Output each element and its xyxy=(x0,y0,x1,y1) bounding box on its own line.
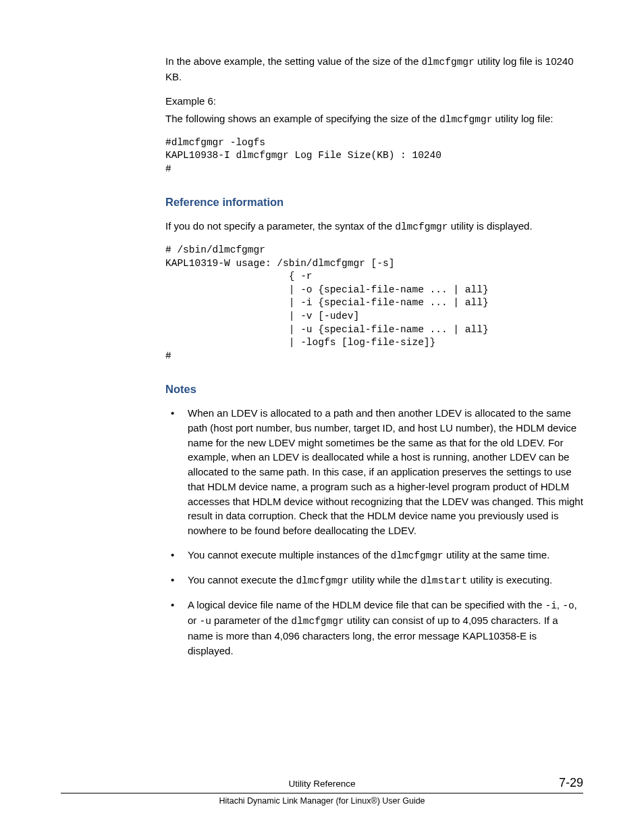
page: In the above example, the setting value … xyxy=(0,0,644,834)
code-inline: dlmstart xyxy=(421,575,468,586)
intro-para-2: The following shows an example of specif… xyxy=(165,111,583,127)
text: In the above example, the setting value … xyxy=(165,55,421,67)
list-item: A logical device file name of the HDLM d… xyxy=(165,598,583,658)
code-inline: -u xyxy=(200,616,211,627)
text: utility at the same time. xyxy=(444,549,550,561)
notes-heading: Notes xyxy=(165,382,583,398)
code-inline: dlmcfgmgr xyxy=(291,616,344,627)
text: You cannot execute multiple instances of… xyxy=(188,549,390,561)
text: utility is executing. xyxy=(467,574,552,585)
text: utility while the xyxy=(349,574,421,585)
text: When an LDEV is allocated to a path and … xyxy=(188,407,583,536)
code-inline: -o xyxy=(562,600,574,611)
reference-para: If you do not specify a parameter, the s… xyxy=(165,219,583,234)
footer-doc-title: Hitachi Dynamic Link Manager (for Linux®… xyxy=(61,793,583,807)
text: A logical device file name of the HDLM d… xyxy=(188,599,545,610)
list-item: You cannot execute multiple instances of… xyxy=(165,548,583,563)
text: If you do not specify a parameter, the s… xyxy=(165,220,395,232)
text: utility log file: xyxy=(492,113,553,124)
content-area: In the above example, the setting value … xyxy=(165,54,583,658)
notes-list: When an LDEV is allocated to a path and … xyxy=(165,406,583,658)
code-block-1: #dlmcfgmgr -logfs KAPL10938-I dlmcfgmgr … xyxy=(165,136,583,176)
text: The following shows an example of specif… xyxy=(165,113,439,124)
reference-heading: Reference information xyxy=(165,194,583,211)
text: utility is displayed. xyxy=(448,220,533,232)
list-item: You cannot execute the dlmcfgmgr utility… xyxy=(165,573,583,588)
code-block-2: # /sbin/dlmcfgmgr KAPL10319-W usage: /sb… xyxy=(165,244,583,363)
text: parameter of the xyxy=(211,615,291,626)
intro-para-1: In the above example, the setting value … xyxy=(165,54,583,84)
code-inline: dlmcfgmgr xyxy=(395,221,448,232)
page-footer: Utility Reference 7-29 Hitachi Dynamic L… xyxy=(61,774,583,807)
footer-top-row: Utility Reference 7-29 xyxy=(61,774,583,793)
footer-section-title: Utility Reference xyxy=(115,777,529,791)
list-item: When an LDEV is allocated to a path and … xyxy=(165,406,583,538)
code-inline: dlmcfgmgr xyxy=(390,550,443,561)
code-inline: -i xyxy=(545,600,556,611)
text: , xyxy=(557,599,562,610)
text: You cannot execute the xyxy=(188,574,296,585)
footer-page-number: 7-29 xyxy=(529,774,583,791)
example-label: Example 6: xyxy=(165,94,583,109)
code-inline: dlmcfgmgr xyxy=(439,114,492,125)
code-inline: dlmcfgmgr xyxy=(421,57,474,68)
code-inline: dlmcfgmgr xyxy=(296,575,348,586)
